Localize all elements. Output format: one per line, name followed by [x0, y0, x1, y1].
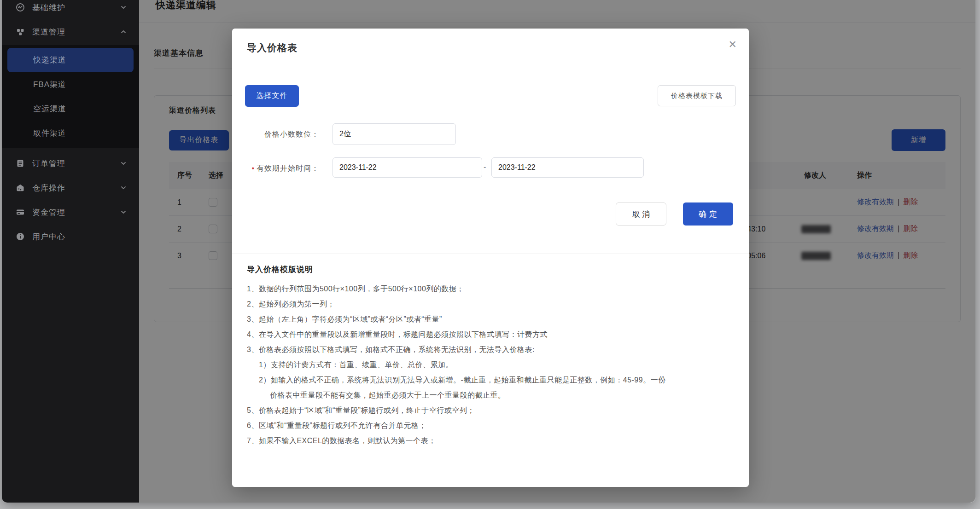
instructions-title: 导入价格模版说明	[247, 264, 734, 275]
instruction-line: 1、数据的行列范围为500行×100列，多于500行×100列的数据；	[247, 281, 734, 296]
sidebar-item-base-maintenance[interactable]: 基础维护	[2, 0, 139, 17]
sidebar-submenu-channel: 快递渠道 FBA渠道 空运渠道 取件渠道	[2, 45, 139, 148]
cancel-button[interactable]: 取 消	[616, 202, 666, 226]
pulse-icon	[16, 3, 25, 12]
modal-title: 导入价格表	[247, 41, 298, 54]
validity-start-date-input[interactable]	[332, 157, 482, 178]
instruction-line: 3、价格表必须按照以下格式填写，如格式不正确，系统将无法识别，无法导入价格表:	[247, 342, 734, 357]
instruction-line: 5、价格表起始于“区域”和“重量段”标题行或列，终止于空行或空列；	[247, 403, 734, 418]
chevron-down-icon	[120, 208, 127, 216]
info-icon	[16, 232, 25, 241]
sidebar-item-air-channel[interactable]: 空运渠道	[2, 97, 139, 121]
instruction-line: 2）如输入的格式不正确，系统将无法识别无法导入或新增。-截止重，起始重和截止重只…	[247, 372, 734, 388]
sidebar-item-warehouse-operations[interactable]: 仓库操作	[2, 179, 139, 197]
sidebar-item-pickup-channel[interactable]: 取件渠道	[2, 121, 139, 145]
sidebar-subitem-label: FBA渠道	[33, 79, 66, 90]
decimal-places-label: 价格小数数位：	[232, 130, 319, 139]
sidebar-item-funds-management[interactable]: 资金管理	[2, 203, 139, 221]
sidebar-item-express-channel[interactable]: 快递渠道	[7, 48, 134, 72]
instruction-line: 6、区域”和“重量段”标题行或列不允许有合并单元格；	[247, 418, 734, 433]
instruction-line: 7、如果不输入EXCEL的数据表名，则默认为第一个表；	[247, 433, 734, 448]
funds-icon	[16, 208, 25, 217]
instruction-line: 价格表中重量段不能有交集，起始重必须大于上一个重量段的截止重。	[247, 388, 734, 403]
chevron-up-icon	[120, 28, 127, 35]
warehouse-icon	[16, 183, 25, 192]
date-range-separator: -	[484, 163, 486, 171]
instruction-line: 4、在导入文件中的重量段以及新增重量段时，标题问题必须按照以下格式填写：计费方式	[247, 327, 734, 342]
validity-start-label: •有效期开始时间：	[232, 164, 319, 174]
sidebar-item-label: 用户中心	[32, 231, 127, 242]
chevron-down-icon	[120, 160, 127, 167]
choose-file-button[interactable]: 选择文件	[245, 85, 299, 107]
import-price-modal: 导入价格表 ✕ 选择文件 价格表模板下载 价格小数数位： •有效期开始时间： -…	[232, 29, 749, 487]
confirm-button[interactable]: 确 定	[683, 202, 733, 226]
sidebar-subitem-label: 取件渠道	[33, 128, 66, 139]
modal-divider	[232, 254, 749, 254]
import-instructions: 导入价格模版说明 1、数据的行列范围为500行×100列，多于500行×100列…	[247, 264, 734, 448]
sidebar-item-order-management[interactable]: 订单管理	[2, 154, 139, 173]
sidebar-item-label: 订单管理	[32, 158, 120, 169]
template-download-button[interactable]: 价格表模板下载	[658, 85, 736, 106]
sidebar-item-label: 资金管理	[32, 207, 120, 218]
close-icon[interactable]: ✕	[729, 40, 737, 50]
sidebar-item-label: 基础维护	[32, 2, 120, 13]
sidebar-subitem-label: 空运渠道	[33, 104, 66, 114]
chevron-down-icon	[120, 4, 127, 11]
sidebar: 基础维护 渠道管理 快递渠道 FBA渠道 空运渠道	[2, 0, 139, 503]
sidebar-item-fba-channel[interactable]: FBA渠道	[2, 72, 139, 97]
instruction-line: 2、起始列必须为第一列；	[247, 296, 734, 312]
sidebar-item-channel-management[interactable]: 渠道管理	[2, 23, 139, 41]
chevron-down-icon	[120, 184, 127, 191]
instruction-line: 3、起始（左上角）字符必须为“区域”或者“分区”或者“重量”	[247, 312, 734, 327]
validity-label-text: 有效期开始时间：	[257, 164, 319, 172]
validity-end-date-input[interactable]	[491, 157, 644, 178]
sidebar-subitem-label: 快递渠道	[33, 55, 66, 65]
app-window: 基础维护 渠道管理 快递渠道 FBA渠道 空运渠道	[2, 0, 975, 503]
sidebar-item-label: 渠道管理	[32, 27, 120, 37]
instruction-line: 1）支持的计费方式有：首重、续重、单价、总价、累加。	[247, 357, 734, 372]
required-dot: •	[251, 164, 255, 172]
cluster-icon	[16, 27, 25, 36]
sidebar-item-user-center[interactable]: 用户中心	[2, 227, 139, 246]
decimal-places-input[interactable]	[332, 123, 456, 145]
orders-icon	[16, 159, 25, 168]
sidebar-item-label: 仓库操作	[32, 183, 120, 193]
